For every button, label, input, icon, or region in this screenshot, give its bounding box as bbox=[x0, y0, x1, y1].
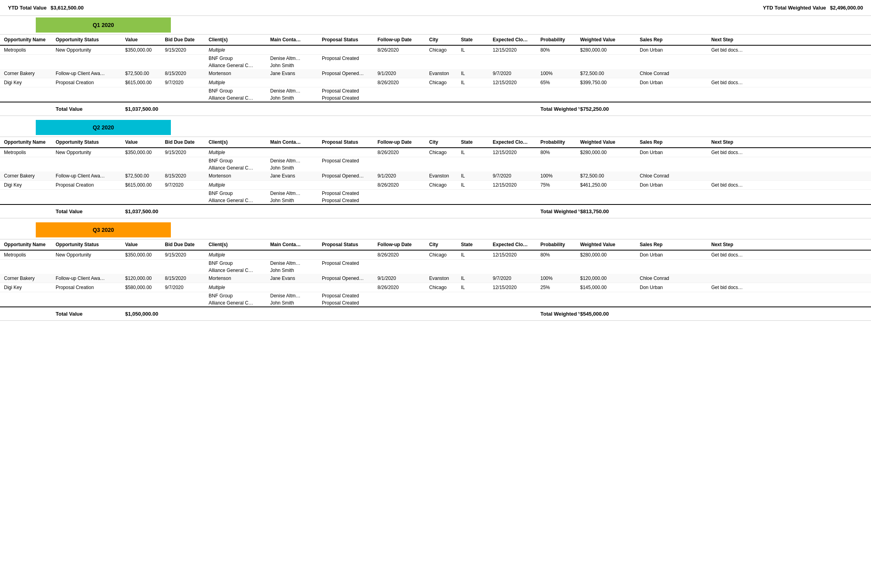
cell-0-2-1-13 bbox=[639, 88, 710, 94]
cell-2-1-0-3: 8/15/2020 bbox=[164, 275, 208, 281]
col-header-1-12: Weighted Value bbox=[579, 139, 639, 145]
sub-row-0-0-2: Alliance General C…John Smith bbox=[0, 62, 871, 69]
cell-1-2-0-7: 8/26/2020 bbox=[377, 182, 428, 188]
col-header-0-7: Follow-up Date bbox=[377, 37, 428, 42]
cell-1-0-0-14: Get bid docs… bbox=[710, 149, 758, 156]
cell-1-2-0-10: 12/15/2020 bbox=[492, 182, 540, 188]
col-headers-0: Opportunity NameOpportunity StatusValueB… bbox=[0, 34, 871, 46]
totals-cell-1-1: Total Value bbox=[55, 208, 124, 215]
cell-1-0-0-1: New Opportunity bbox=[55, 149, 124, 156]
totals-cell-2-14 bbox=[710, 310, 758, 317]
cell-1-2-1-13 bbox=[639, 190, 710, 197]
col-header-1-8: City bbox=[428, 139, 460, 145]
cell-2-0-0-14: Get bid docs… bbox=[710, 252, 758, 258]
cell-0-0-0-14: Get bid docs… bbox=[710, 47, 758, 53]
cell-0-1-0-7: 9/1/2020 bbox=[377, 70, 428, 77]
cell-0-1-0-3: 8/15/2020 bbox=[164, 70, 208, 77]
cell-0-2-2-9 bbox=[460, 95, 492, 101]
cell-2-1-0-2: $120,000.00 bbox=[124, 275, 164, 281]
totals-cell-0-3 bbox=[164, 106, 208, 112]
col-header-1-5: Main Conta… bbox=[269, 139, 321, 145]
cell-2-2-2-11 bbox=[540, 300, 579, 306]
cell-2-0-1-2 bbox=[124, 260, 164, 266]
cell-2-2-0-13: Don Urban bbox=[639, 284, 710, 291]
totals-cell-2-13 bbox=[639, 310, 710, 317]
cell-2-1-0-0: Corner Bakery bbox=[3, 275, 55, 281]
cell-2-0-0-13: Don Urban bbox=[639, 252, 710, 258]
cell-1-2-2-4: Alliance General C… bbox=[208, 197, 269, 204]
cell-0-0-1-4: BNF Group bbox=[208, 55, 269, 62]
cell-2-2-1-12 bbox=[579, 293, 639, 299]
cell-1-1-0-0: Corner Bakery bbox=[3, 173, 55, 179]
cell-2-2-2-8 bbox=[428, 300, 460, 306]
cell-2-2-0-14: Get bid docs… bbox=[710, 284, 758, 291]
ytd-bar: YTD Total Value $3,612,500.00 YTD Total … bbox=[0, 0, 871, 16]
cell-2-1-0-7: 9/1/2020 bbox=[377, 275, 428, 281]
cell-0-2-1-7 bbox=[377, 88, 428, 94]
cell-1-1-0-7: 9/1/2020 bbox=[377, 173, 428, 179]
cell-1-1-0-2: $72,500.00 bbox=[124, 173, 164, 179]
cell-2-2-2-10 bbox=[492, 300, 540, 306]
sub-row-2-2-2: Alliance General C…John SmithProposal Cr… bbox=[0, 299, 871, 307]
cell-1-2-1-7 bbox=[377, 190, 428, 197]
cell-1-2-0-13: Don Urban bbox=[639, 182, 710, 188]
cell-0-0-2-13 bbox=[639, 62, 710, 69]
col-header-2-0: Opportunity Name bbox=[3, 242, 55, 247]
totals-cell-2-11: Total Weighted Value bbox=[540, 310, 579, 317]
cell-0-0-0-10: 12/15/2020 bbox=[492, 47, 540, 53]
totals-cell-0-12: $752,250.00 bbox=[579, 106, 639, 112]
cell-0-0-2-12 bbox=[579, 62, 639, 69]
cell-1-2-2-7 bbox=[377, 197, 428, 204]
col-header-0-5: Main Conta… bbox=[269, 37, 321, 42]
col-header-1-9: State bbox=[460, 139, 492, 145]
cell-0-2-2-14 bbox=[710, 95, 758, 101]
cell-2-0-2-6 bbox=[321, 267, 377, 274]
cell-1-2-1-1 bbox=[55, 190, 124, 197]
cell-0-2-0-5 bbox=[269, 79, 321, 80]
cell-2-0-2-3 bbox=[164, 267, 208, 274]
cell-0-2-0-2: $615,000.00 bbox=[124, 79, 164, 86]
cell-2-0-2-1 bbox=[55, 267, 124, 274]
totals-cell-0-10 bbox=[492, 106, 540, 112]
cell-2-0-1-12 bbox=[579, 260, 639, 266]
cell-1-1-0-4: Mortenson bbox=[208, 173, 269, 179]
cell-1-0-0-5 bbox=[269, 149, 321, 150]
cell-0-1-0-13: Chloe Conrad bbox=[639, 70, 710, 77]
cell-2-0-2-13 bbox=[639, 267, 710, 274]
cell-0-0-0-13: Don Urban bbox=[639, 47, 710, 53]
cell-0-0-0-4: Multiple bbox=[208, 47, 269, 53]
opp-row-2-2: Digi KeyProposal Creation$580,000.009/7/… bbox=[0, 283, 871, 292]
quarter-header-row-2: Q3 2020 bbox=[0, 221, 871, 239]
cell-1-2-1-5: Denise Altm… bbox=[269, 190, 321, 197]
cell-0-0-0-1: New Opportunity bbox=[55, 47, 124, 53]
opp-row-2-1: Corner BakeryFollow-up Client Awa…$120,0… bbox=[0, 274, 871, 283]
cell-0-2-0-7: 8/26/2020 bbox=[377, 79, 428, 86]
cell-1-1-0-9: IL bbox=[460, 173, 492, 179]
col-header-2-5: Main Conta… bbox=[269, 242, 321, 247]
cell-1-0-1-8 bbox=[428, 158, 460, 164]
cell-0-2-2-6: Proposal Created bbox=[321, 95, 377, 101]
cell-0-0-0-0: Metropolis bbox=[3, 47, 55, 53]
cell-1-0-2-7 bbox=[377, 165, 428, 171]
totals-cell-0-1: Total Value bbox=[55, 106, 124, 112]
cell-0-0-1-8 bbox=[428, 55, 460, 62]
cell-1-0-2-12 bbox=[579, 165, 639, 171]
opp-row-0-0: MetropolisNew Opportunity$350,000.009/15… bbox=[0, 46, 871, 55]
cell-1-2-1-12 bbox=[579, 190, 639, 197]
cell-0-2-0-4: Multiple bbox=[208, 79, 269, 86]
totals-cell-2-9 bbox=[460, 310, 492, 317]
sub-row-1-0-1: BNF GroupDenise Altm…Proposal Created bbox=[0, 157, 871, 164]
cell-2-0-1-14 bbox=[710, 260, 758, 266]
cell-0-2-0-11: 65% bbox=[540, 79, 579, 86]
cell-2-0-1-9 bbox=[460, 260, 492, 266]
cell-1-2-2-8 bbox=[428, 197, 460, 204]
cell-1-2-1-8 bbox=[428, 190, 460, 197]
col-header-1-4: Client(s) bbox=[208, 139, 269, 145]
cell-2-2-1-0 bbox=[3, 293, 55, 299]
cell-2-0-2-5: John Smith bbox=[269, 267, 321, 274]
totals-cell-0-5 bbox=[269, 106, 321, 112]
col-header-0-8: City bbox=[428, 37, 460, 42]
col-header-1-13: Sales Rep bbox=[639, 139, 710, 145]
cell-2-2-1-7 bbox=[377, 293, 428, 299]
cell-1-0-1-5: Denise Altm… bbox=[269, 158, 321, 164]
